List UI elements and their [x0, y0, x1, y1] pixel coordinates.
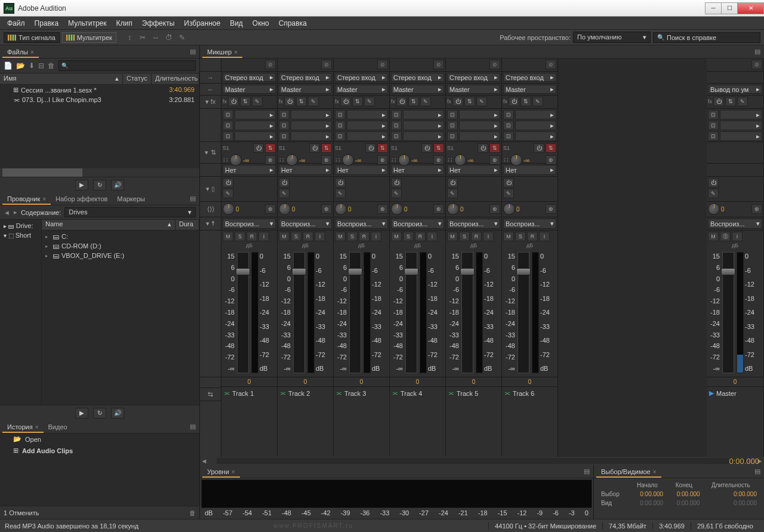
solo-button[interactable]: S	[291, 232, 301, 241]
volume-fader[interactable]	[517, 252, 529, 373]
row-toggle-1[interactable]: →	[200, 72, 221, 84]
send-pre-button[interactable]: ⇅	[489, 143, 500, 153]
fx-slot[interactable]: ▸	[403, 110, 444, 119]
new-file-icon[interactable]: 📄	[4, 61, 13, 70]
send-pre-button[interactable]: ⇅	[265, 143, 276, 153]
send-power-button[interactable]: ⏻	[478, 143, 488, 153]
send-power-button[interactable]: ⏻	[534, 143, 544, 153]
output-dropdown[interactable]: Master▸	[335, 85, 388, 94]
menu-Избранное[interactable]: Избранное	[179, 17, 225, 29]
mute-button[interactable]: M	[391, 232, 402, 241]
pan-knob[interactable]	[223, 203, 235, 215]
mono-button[interactable]: ⊛	[546, 204, 556, 214]
trash-icon[interactable]: 🗑	[48, 61, 55, 70]
minimize-button[interactable]: ─	[705, 2, 722, 14]
mono-button[interactable]: ⊛	[377, 204, 388, 214]
fx-edit-button[interactable]: ✎	[308, 97, 319, 106]
eq-power-button[interactable]: ⏻	[279, 178, 289, 187]
monitor-dropdown[interactable]: Воспроиз...▾	[279, 219, 332, 229]
open-file-icon[interactable]: 📂	[16, 61, 25, 70]
loop-button[interactable]: ↻	[93, 180, 106, 190]
fx-slot[interactable]: ▸	[720, 110, 762, 119]
track-name[interactable]: ⫘Track 4	[390, 386, 445, 399]
eq-edit-button[interactable]: ✎	[335, 189, 346, 198]
record-button[interactable]: R	[415, 232, 426, 241]
play-button[interactable]: ▶	[75, 180, 88, 190]
record-button[interactable]: R	[303, 232, 313, 241]
eq-edit-button[interactable]: ✎	[279, 189, 289, 198]
solo-button[interactable]: S	[459, 232, 470, 241]
row-toggle-2[interactable]: ←	[200, 84, 221, 96]
fx-pre-button[interactable]: ⇅	[464, 97, 475, 106]
mixer-scrollbar[interactable]: ◄► 0:00.000	[200, 457, 764, 465]
mute-button[interactable]: M	[447, 232, 458, 241]
visibility-toggle[interactable]: ⊘	[265, 60, 276, 69]
browser-path-dropdown[interactable]: Drives▾	[64, 207, 196, 217]
monitor-dropdown[interactable]: Воспроиз...▾	[335, 219, 388, 229]
time-tool-icon[interactable]: ⏱	[164, 33, 174, 42]
menu-Правка[interactable]: Правка	[30, 17, 64, 29]
row-toggle-3[interactable]: ▾ fx	[200, 96, 221, 109]
send-pre-button[interactable]: ⇅	[377, 143, 388, 153]
send-power-button[interactable]: ⏻	[365, 143, 376, 153]
send-knob[interactable]	[230, 154, 242, 166]
menu-Окно[interactable]: Окно	[248, 17, 274, 29]
fx-pre-button[interactable]: ⇅	[240, 97, 251, 106]
col-name[interactable]: Имя▴	[0, 73, 123, 84]
output-dropdown[interactable]: Master▸	[447, 85, 500, 94]
fx-slot[interactable]: ▸	[291, 110, 332, 119]
row-toggle-5[interactable]: ▾ ⇅	[200, 142, 221, 164]
eq-power-button[interactable]: ⏻	[391, 178, 402, 187]
mute-button[interactable]: M	[279, 232, 289, 241]
mute-button[interactable]: M	[223, 232, 233, 241]
drive-node[interactable]: 🖴VBOX_D_DRIVE (E:)	[43, 251, 198, 260]
tab-levels[interactable]: Уровни×	[202, 466, 240, 477]
eq-power-button[interactable]: ⏻	[503, 178, 514, 187]
send-dest-dropdown[interactable]: Нет▸	[279, 165, 332, 175]
send-knob[interactable]	[342, 154, 354, 166]
col-duration[interactable]: Длительность	[152, 73, 199, 84]
input-dropdown[interactable]: Стерео вход▸	[391, 73, 444, 82]
record-button[interactable]: R	[247, 232, 257, 241]
pan-knob[interactable]	[708, 203, 720, 215]
solo-button[interactable]: S	[235, 232, 245, 241]
col-status[interactable]: Статус	[123, 73, 152, 84]
send-knob[interactable]	[398, 154, 410, 166]
eq-edit-button[interactable]: ✎	[447, 189, 458, 198]
fx-pre-button[interactable]: ⇅	[725, 97, 736, 106]
tab-video[interactable]: Видео	[44, 422, 72, 432]
pan-knob[interactable]	[503, 203, 515, 215]
fx-edit-button[interactable]: ✎	[737, 97, 748, 106]
menu-Мультитрек[interactable]: Мультитрек	[63, 17, 111, 29]
eq-power-button[interactable]: ⏻	[335, 178, 346, 187]
send-dest-dropdown[interactable]: Нет▸	[503, 165, 556, 175]
shortcut-drives[interactable]: ▸ 🖴 Drive:	[1, 221, 40, 230]
drive-node[interactable]: 🖴CD-ROM (D:)	[43, 241, 198, 251]
eq-power-button[interactable]: ⏻	[447, 178, 458, 187]
fx-slot[interactable]: ▸	[515, 110, 556, 119]
track-name[interactable]: ⫘Track 2	[278, 386, 333, 399]
input-dropdown[interactable]: Стерео вход▸	[503, 73, 556, 82]
menu-Вид[interactable]: Вид	[225, 17, 248, 29]
files-scrollbar[interactable]	[0, 168, 199, 177]
fx-slot[interactable]: ▸	[459, 110, 500, 119]
visibility-toggle[interactable]: ⊘	[321, 60, 332, 69]
record-button[interactable]: R	[471, 232, 482, 241]
tab-files[interactable]: Файлы×	[2, 47, 39, 57]
mute-button[interactable]: M	[335, 232, 346, 241]
mono-button[interactable]: ⊛	[751, 204, 762, 214]
eq-power-button[interactable]: ⏻	[223, 178, 233, 187]
fx-edit-button[interactable]: ✎	[532, 97, 543, 106]
send-pre-button[interactable]: ⇅	[321, 143, 332, 153]
tab-markers[interactable]: Маркеры	[112, 193, 150, 204]
track-name[interactable]: ⫘Track 5	[446, 386, 501, 399]
monitor-dropdown[interactable]: Воспроиз...▾	[223, 219, 276, 229]
up-icon[interactable]: ▸	[14, 208, 17, 216]
close-button[interactable]: ✕	[737, 2, 764, 14]
panel-menu-icon[interactable]: ▤	[190, 195, 196, 202]
eq-edit-button[interactable]: ✎	[503, 189, 514, 198]
solo-button[interactable]: S	[515, 232, 526, 241]
eq-edit-button[interactable]: ✎	[391, 189, 402, 198]
fx-power-button[interactable]: ⏻	[396, 97, 407, 106]
monitor-dropdown[interactable]: Воспроиз...▾	[708, 219, 762, 229]
